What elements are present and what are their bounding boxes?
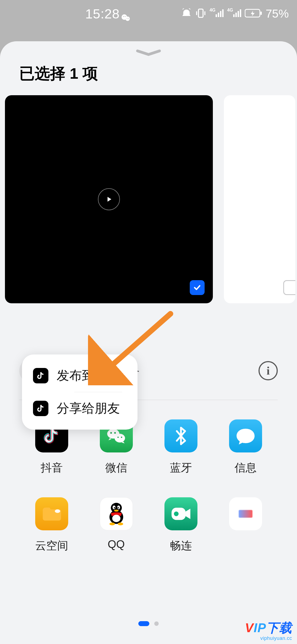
status-bar: 15:28 4G 4G 75% (0, 0, 297, 28)
annotation-arrow-icon (88, 308, 176, 386)
info-icon[interactable]: i (258, 361, 278, 380)
play-icon (98, 188, 120, 210)
svg-point-32 (117, 507, 119, 509)
page-dot (154, 621, 159, 626)
svg-point-36 (112, 515, 120, 522)
svg-point-31 (114, 507, 115, 509)
svg-point-5 (128, 18, 129, 19)
share-app-meetime[interactable]: 畅连 (164, 497, 197, 553)
svg-rect-9 (218, 13, 219, 17)
douyin-icon (33, 368, 48, 383)
svg-text:4G: 4G (227, 8, 233, 12)
share-app-other[interactable] (229, 497, 262, 553)
svg-point-23 (114, 432, 116, 434)
svg-line-39 (102, 314, 170, 374)
share-app-qq[interactable]: QQ (100, 497, 133, 553)
share-app-grid: 抖音 微信 蓝牙 信息 云空间 (0, 419, 297, 553)
selected-check-icon[interactable] (190, 280, 205, 295)
watermark-main: VIP下载 (245, 620, 292, 637)
douyin-icon (33, 401, 48, 416)
share-app-cloud[interactable]: 云空间 (35, 497, 68, 553)
svg-rect-11 (222, 9, 224, 17)
svg-rect-6 (199, 9, 203, 17)
popup-label: 分享给朋友 (57, 400, 120, 417)
svg-point-22 (110, 432, 112, 434)
page-dot-active (138, 621, 149, 626)
battery-icon (245, 9, 262, 19)
app-label: 云空间 (35, 538, 68, 553)
app-label: 畅连 (170, 538, 192, 553)
svg-point-21 (114, 434, 125, 443)
svg-point-25 (121, 436, 122, 438)
sheet-title: 已选择 1 项 (0, 63, 297, 95)
status-time: 15:28 (85, 6, 120, 21)
svg-point-33 (114, 510, 119, 512)
svg-point-4 (127, 18, 127, 19)
meetime-icon (164, 497, 197, 530)
svg-text:4G: 4G (210, 8, 215, 12)
status-right-cluster: 4G 4G 75% (181, 7, 289, 20)
app-label: QQ (108, 538, 125, 550)
wechat-indicator-icon (121, 14, 131, 23)
svg-point-35 (118, 523, 123, 525)
svg-rect-13 (233, 14, 235, 17)
sheet-grabber-icon[interactable] (136, 50, 161, 52)
svg-rect-16 (240, 9, 241, 17)
watermark: VIP下载 viphuiyuan.cc (245, 620, 292, 641)
battery-percent: 75% (266, 7, 289, 20)
preview-video[interactable] (5, 95, 213, 303)
svg-point-26 (55, 509, 60, 513)
app-label: 蓝牙 (170, 460, 192, 475)
signal-1-icon: 4G (210, 8, 224, 20)
popup-share-friend[interactable]: 分享给朋友 (22, 392, 138, 425)
svg-rect-18 (260, 12, 262, 15)
svg-point-3 (125, 16, 125, 17)
other-app-icon (229, 497, 262, 530)
svg-rect-8 (216, 14, 217, 17)
svg-point-1 (125, 17, 130, 21)
svg-point-2 (123, 16, 124, 17)
app-label: 抖音 (41, 460, 63, 475)
messages-icon (229, 419, 262, 452)
vibrate-icon (195, 8, 206, 20)
svg-rect-14 (235, 13, 237, 17)
preview-row[interactable] (0, 95, 297, 303)
bluetooth-icon (164, 419, 197, 452)
svg-rect-15 (238, 11, 239, 17)
preview-next[interactable] (224, 95, 295, 303)
share-app-messages[interactable]: 信息 (229, 419, 262, 475)
svg-point-24 (117, 436, 119, 438)
qq-icon (100, 497, 133, 530)
svg-point-34 (109, 523, 115, 525)
signal-2-icon: 4G (227, 8, 241, 20)
app-label: 信息 (235, 460, 257, 475)
cloud-icon (35, 497, 68, 530)
app-label: 微信 (105, 460, 127, 475)
svg-rect-10 (220, 11, 221, 17)
alarm-icon (181, 8, 192, 20)
share-app-bluetooth[interactable]: 蓝牙 (164, 419, 197, 475)
svg-point-38 (174, 511, 178, 516)
unselected-check-icon[interactable] (283, 280, 295, 295)
